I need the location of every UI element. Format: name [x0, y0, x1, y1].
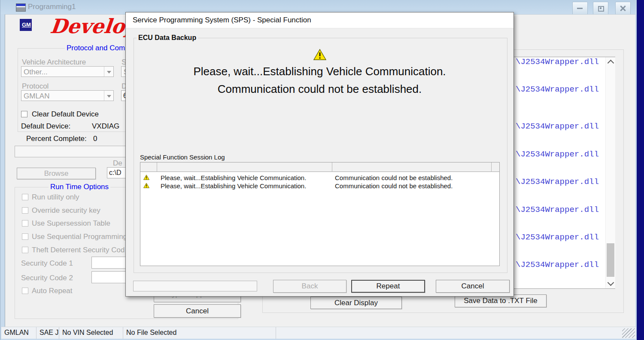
- protocol-group-title: Protocol and Com: [65, 44, 127, 52]
- use-sequential-programming-checkbox[interactable]: [22, 233, 28, 240]
- window-title: Programming1: [28, 3, 76, 11]
- status-file: No File Selected: [123, 327, 276, 339]
- theft-deterrent-checkbox[interactable]: [22, 247, 28, 253]
- resize-grip[interactable]: [622, 328, 635, 338]
- destination-label: De: [113, 159, 122, 168]
- status-bar: GMLAN SAE J2 No VIN Selected No File Sel…: [1, 327, 636, 339]
- security-code-1-label: Security Code 1: [21, 259, 73, 268]
- default-device-label: Default Device:: [21, 122, 70, 131]
- auto-repeat-checkbox[interactable]: [22, 288, 28, 294]
- gm-logo-text: GM: [22, 21, 31, 28]
- protocol-combo[interactable]: GMLAN: [21, 90, 114, 101]
- close-button[interactable]: [615, 2, 631, 15]
- percent-complete-label: Percent Complete:: [26, 135, 87, 143]
- main-progress-bar: [15, 146, 139, 157]
- auto-repeat-label: Auto Repeat: [32, 287, 73, 295]
- scrollbar-thumb[interactable]: [607, 243, 614, 277]
- session-log-header: [140, 162, 499, 172]
- scroll-down-icon[interactable]: [608, 279, 614, 286]
- ecu-data-backup-title: ECU Data Backup: [137, 34, 198, 42]
- status-vin: No VIN Selected: [59, 327, 123, 339]
- back-button[interactable]: Back: [273, 280, 346, 293]
- gm-logo: GM: [20, 19, 32, 31]
- protocol-value: GMLAN: [24, 92, 49, 101]
- window-icon: [16, 3, 26, 12]
- sps-dialog: Service Programming System (SPS) - Speci…: [125, 12, 514, 297]
- status-interface: SAE J2: [36, 327, 59, 339]
- dialog-cancel-button[interactable]: Cancel: [436, 280, 510, 293]
- browse-button[interactable]: Browse: [17, 168, 96, 179]
- dialog-message-line1: Please, wait...Establishing Vehicle Comm…: [126, 65, 513, 78]
- vertical-scrollbar[interactable]: [605, 57, 615, 288]
- warning-icon: [143, 175, 149, 180]
- main-cancel-button[interactable]: Cancel: [154, 304, 241, 318]
- list-item[interactable]: \J2534Wrapper.dll: [516, 85, 599, 94]
- vehicle-architecture-value: Other...: [24, 68, 48, 77]
- vehicle-architecture-label: Vehicle Architecture: [22, 58, 86, 67]
- clear-default-device-label: Clear Default Device: [32, 110, 99, 119]
- dialog-titlebar: Service Programming System (SPS) - Speci…: [126, 12, 513, 28]
- dialog-title: Service Programming System (SPS) - Speci…: [133, 16, 311, 25]
- clear-display-button[interactable]: Clear Display: [310, 297, 402, 309]
- restore-icon: [598, 6, 604, 12]
- list-item[interactable]: \J2534Wrapper.dll: [516, 122, 599, 131]
- list-item[interactable]: \J2534Wrapper.dll: [516, 150, 599, 159]
- run-utility-only-label: Run utility only: [32, 193, 79, 202]
- use-sequential-programming-label: Use Sequential Programming: [32, 233, 127, 241]
- override-security-key-label: Override security key: [32, 206, 100, 215]
- percent-complete-value: 0: [93, 135, 97, 143]
- vehicle-architecture-combo[interactable]: Other...: [21, 66, 114, 77]
- list-item[interactable]: \J2534Wrapper.dll: [516, 205, 599, 214]
- run-utility-only-checkbox[interactable]: [22, 194, 28, 200]
- use-supersession-table-checkbox[interactable]: [22, 220, 28, 227]
- scroll-up-icon[interactable]: [608, 60, 614, 67]
- session-log-table[interactable]: Please, wait...Establishing Vehicle Comm…: [140, 162, 500, 266]
- status-protocol: GMLAN: [1, 327, 36, 339]
- clear-default-device-checkbox[interactable]: [21, 111, 27, 117]
- protocol-label: Protocol: [22, 82, 49, 91]
- security-code-2-label: Security Code 2: [21, 274, 73, 282]
- chevron-down-icon[interactable]: [104, 67, 113, 77]
- warning-icon: [143, 183, 149, 188]
- log-row-result[interactable]: Communication could not be established.: [335, 182, 453, 190]
- minimize-icon: [577, 8, 583, 9]
- chevron-down-icon[interactable]: [104, 91, 113, 101]
- minimize-button[interactable]: [572, 2, 588, 15]
- default-device-value: VXDIAG: [92, 122, 119, 131]
- maximize-button[interactable]: [593, 2, 608, 15]
- session-log-label: Special Function Session Log: [140, 153, 225, 161]
- list-item[interactable]: \J2534Wrapper.dll: [516, 233, 599, 242]
- theft-deterrent-label: Theft Deterrent Security Cod: [32, 246, 125, 254]
- log-row-message[interactable]: Please, wait...Establishing Vehicle Comm…: [161, 174, 306, 181]
- list-item[interactable]: \J2534Wrapper.dll: [516, 177, 599, 187]
- repeat-button[interactable]: Repeat: [351, 280, 425, 293]
- runtime-group-title: Run Time Options: [49, 183, 110, 191]
- list-item[interactable]: \J2534Wrapper.dll: [516, 260, 599, 270]
- warning-icon: [313, 49, 326, 61]
- override-security-key-checkbox[interactable]: [22, 207, 28, 214]
- list-item[interactable]: \J2534Wrapper.dll: [516, 57, 599, 67]
- log-row-result[interactable]: Communication could not be established.: [335, 174, 453, 181]
- desktop: Programming1 GM Developm Protocol and Co…: [0, 0, 644, 340]
- dialog-message-line2: Communication could not be established.: [126, 83, 513, 96]
- use-supersession-table-label: Use Supersession Table: [32, 219, 110, 228]
- log-row-message[interactable]: Please, wait...Establishing Vehicle Comm…: [161, 182, 306, 190]
- dialog-progress-bar: [133, 281, 257, 291]
